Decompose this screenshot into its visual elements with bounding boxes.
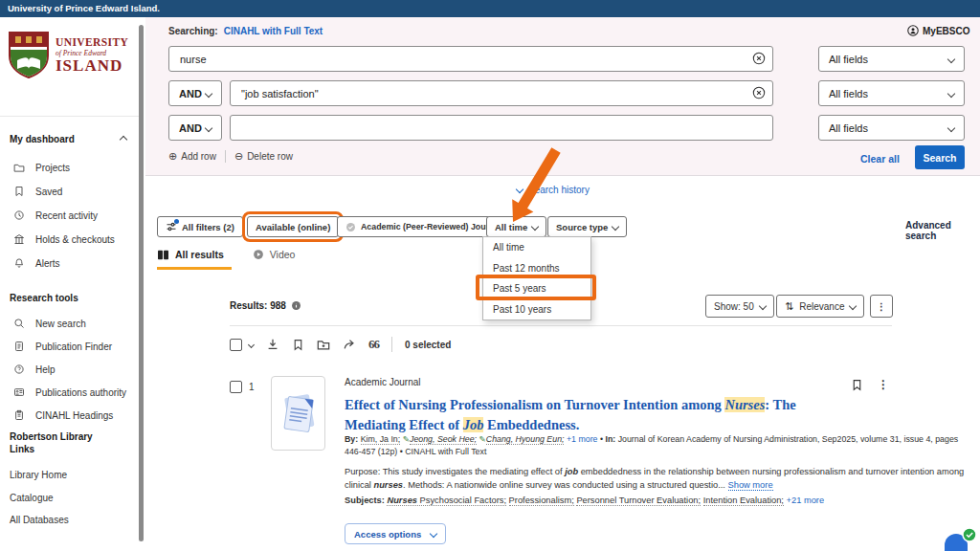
- clear-input-2-icon[interactable]: [752, 86, 766, 99]
- chevron-down-icon: [531, 223, 539, 231]
- available-online-filter[interactable]: Available (online): [247, 216, 339, 237]
- search-input-1[interactable]: [168, 46, 773, 72]
- sidebar-item-saved[interactable]: Saved: [13, 184, 138, 199]
- chat-widget[interactable]: [942, 527, 978, 551]
- sidebar-scrollbar[interactable]: [139, 25, 144, 541]
- upei-logo[interactable]: UNIVERSITY of Prince Edward ISLAND: [8, 32, 128, 79]
- sidebar-item-publication-finder[interactable]: Publication Finder: [13, 339, 138, 354]
- operator-select-3[interactable]: AND: [168, 115, 222, 141]
- result-thumbnail[interactable]: [271, 376, 325, 451]
- more-authors-link[interactable]: +1 more: [567, 434, 598, 444]
- action-divider: [225, 150, 226, 163]
- field-select-1[interactable]: All fields: [818, 46, 965, 72]
- by-label: By:: [345, 434, 358, 444]
- collapse-chevron-icon[interactable]: [120, 135, 127, 143]
- clear-input-1-icon[interactable]: [752, 52, 766, 65]
- library-icon: [13, 233, 25, 245]
- field-select-3[interactable]: All fields: [818, 115, 965, 141]
- result-index: 1: [249, 382, 255, 392]
- sidebar-item-publications-authority[interactable]: Publications authority: [13, 385, 138, 400]
- subject-link[interactable]: Intention Evaluation;: [703, 496, 784, 506]
- share-icon[interactable]: [343, 338, 356, 351]
- time-filter-button[interactable]: All time: [486, 216, 546, 237]
- sidebar-link-all-databases[interactable]: All Databases: [10, 515, 69, 525]
- time-dropdown-menu: All time Past 12 months Past 5 years Pas…: [482, 236, 591, 320]
- tab-all-results[interactable]: All results: [157, 249, 224, 260]
- result-checkbox[interactable]: [230, 381, 242, 393]
- source-type-filter-button[interactable]: Source type: [547, 216, 627, 237]
- research-tools-header: Research tools: [10, 293, 78, 303]
- subject-link[interactable]: Professionalism;: [509, 496, 574, 506]
- folder-icon: [13, 162, 25, 173]
- chevron-down-icon: [758, 302, 766, 310]
- add-row-button[interactable]: ⊕Add row: [168, 150, 216, 163]
- search-input-3[interactable]: [230, 115, 773, 141]
- clipboard-icon: [13, 409, 25, 421]
- sidebar-item-label: Recent activity: [35, 210, 98, 221]
- field-select-2[interactable]: All fields: [818, 80, 965, 106]
- cite-icon[interactable]: 66: [368, 337, 379, 352]
- results-count: Results: 988: [230, 300, 286, 311]
- clear-all-link[interactable]: Clear all: [860, 153, 900, 165]
- bookmark-icon[interactable]: [292, 339, 304, 351]
- title-highlight-term: Job: [463, 417, 484, 432]
- search-history-toggle[interactable]: Search history: [517, 185, 590, 195]
- operator-select-2[interactable]: AND: [168, 80, 222, 106]
- chevron-down-icon: [849, 302, 857, 310]
- show-per-page-select[interactable]: Show: 50: [705, 295, 774, 318]
- sidebar-item-new-search[interactable]: New search: [13, 316, 138, 331]
- result-overflow-menu-icon[interactable]: ⋮: [878, 378, 889, 391]
- tab-video[interactable]: Video: [253, 249, 296, 260]
- result-type: Academic Journal: [345, 377, 420, 387]
- sidebar-section-my-dashboard[interactable]: My dashboard: [10, 134, 126, 144]
- menu-option-past-10-years[interactable]: Past 10 years: [483, 299, 590, 320]
- all-filters-button[interactable]: All filters (2): [157, 216, 243, 237]
- bulk-actions-toolbar: 66 0 selected: [230, 337, 451, 352]
- download-icon[interactable]: [266, 338, 279, 351]
- select-all-checkbox[interactable]: [230, 339, 242, 351]
- search-input-2[interactable]: [230, 80, 773, 106]
- sidebar-item-projects[interactable]: Projects: [13, 160, 138, 175]
- menu-option-all-time[interactable]: All time: [483, 237, 590, 258]
- add-to-project-icon[interactable]: [317, 338, 330, 351]
- author-link[interactable]: Jeong, Seok Hee;: [410, 434, 477, 445]
- sidebar-link-catalogue[interactable]: Catalogue: [10, 493, 54, 503]
- sidebar-item-label: New search: [35, 319, 86, 329]
- searching-label: Searching:: [168, 26, 218, 36]
- subject-link[interactable]: Personnel Turnover Evaluation;: [576, 496, 701, 506]
- document-icon: [13, 341, 25, 352]
- search-button[interactable]: Search: [915, 145, 965, 169]
- delete-row-button[interactable]: ⊖Delete row: [234, 150, 293, 163]
- info-icon[interactable]: [291, 300, 301, 311]
- book-icon: [157, 250, 169, 260]
- sidebar-link-library-home[interactable]: Library Home: [10, 470, 67, 480]
- sidebar-item-cinahl-headings[interactable]: CINAHL Headings: [13, 408, 138, 423]
- access-options-button[interactable]: Access options: [345, 523, 446, 544]
- chevron-down-icon: [947, 55, 955, 62]
- sort-select[interactable]: ⇅ Relevance: [776, 295, 864, 318]
- chevron-down-icon: [430, 530, 437, 538]
- sidebar-item-help[interactable]: Help: [13, 362, 138, 377]
- sidebar-divider: [0, 116, 144, 117]
- database-link[interactable]: CINAHL with Full Text: [224, 26, 323, 36]
- advanced-search-link[interactable]: Advanced search: [905, 220, 980, 241]
- author-link[interactable]: Kim, Ja In;: [361, 434, 401, 445]
- results-overflow-menu-button[interactable]: ⋮: [870, 295, 893, 318]
- time-filter-label: All time: [495, 222, 527, 232]
- sidebar-item-recent-activity[interactable]: Recent activity: [13, 208, 138, 223]
- save-result-bookmark-icon[interactable]: [851, 379, 863, 391]
- subject-link[interactable]: Nurses Psychosocial Factors;: [387, 496, 506, 506]
- abstract-segment: Purpose: This study investigates the med…: [345, 467, 565, 476]
- myebsco-button[interactable]: MyEBSCO: [907, 25, 969, 36]
- operator-2-value: AND: [179, 88, 202, 99]
- sidebar-item-alerts[interactable]: Alerts: [13, 255, 138, 271]
- account-icon: [907, 25, 919, 36]
- show-more-link[interactable]: Show more: [728, 480, 773, 491]
- author-link[interactable]: Chang, Hyoung Eun;: [486, 434, 565, 445]
- select-dropdown-icon[interactable]: [248, 341, 255, 347]
- menu-option-past-12-months[interactable]: Past 12 months: [483, 258, 590, 279]
- sidebar-item-holds-checkouts[interactable]: Holds & checkouts: [13, 231, 138, 247]
- menu-option-past-5-years[interactable]: Past 5 years: [483, 278, 590, 299]
- result-title-link[interactable]: Effect of Nursing Professionalism on Tur…: [345, 395, 796, 435]
- more-subjects-link[interactable]: +21 more: [787, 496, 825, 505]
